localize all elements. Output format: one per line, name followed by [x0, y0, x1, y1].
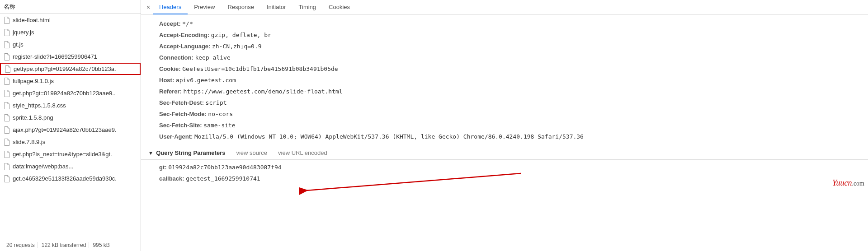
header-value: zh-CN,zh;q=0.9 [212, 43, 262, 50]
file-row[interactable]: get.php?gt=019924a82c70bb123aae9.. [0, 87, 141, 99]
tab-timing[interactable]: Timing [292, 0, 323, 14]
header-row: Connection: keep-alive [159, 52, 868, 63]
header-row: Cookie: GeeTestUser=10c1db1fb17be415691b… [159, 63, 868, 74]
header-row: Accept: */* [159, 18, 868, 29]
header-key: Accept-Language: [159, 43, 212, 50]
file-name: ajax.php?gt=019924a82c70bb123aae9. [13, 126, 117, 133]
param-row: gt: 019924a82c70bb123aae90d483087f94 [159, 162, 868, 173]
file-icon [4, 90, 10, 97]
file-row[interactable]: register-slide?t=1669259906471 [0, 51, 141, 63]
network-file-panel: 名称 slide-float.htmljquery.jsgt.jsregiste… [0, 0, 141, 251]
file-row[interactable]: sprite.1.5.8.png [0, 112, 141, 124]
footer-requests: 20 requests [4, 242, 38, 248]
header-value: apiv6.geetest.com [176, 77, 236, 84]
view-source-link[interactable]: view source [236, 149, 267, 156]
query-string-section-header[interactable]: ▼ Query String Parameters view source vi… [141, 146, 868, 160]
file-row[interactable]: gettype.php?gt=019924a82c70bb123a. [0, 63, 141, 75]
file-row[interactable]: style_https.1.5.8.css [0, 99, 141, 112]
header-key: Sec-Fetch-Dest: [159, 99, 206, 106]
header-key: Sec-Fetch-Site: [159, 122, 203, 129]
file-row[interactable]: get.php?is_next=true&type=slide3&gt. [0, 148, 141, 160]
file-icon [4, 175, 10, 182]
file-icon [4, 102, 10, 109]
file-icon [4, 53, 10, 60]
param-value: 019924a82c70bb123aae90d483087f94 [168, 164, 281, 171]
file-name: gct.e465329e51133f326aade59da930c. [13, 175, 117, 182]
file-icon [4, 163, 10, 170]
file-icon [4, 139, 10, 146]
file-icon [4, 78, 10, 85]
header-value: script [206, 99, 227, 106]
watermark: Yuucn.com [832, 178, 864, 188]
query-params-block: gt: 019924a82c70bb123aae90d483087f94call… [141, 160, 868, 189]
watermark-suffix: .com [852, 180, 864, 187]
file-name: gettype.php?gt=019924a82c70bb123a. [14, 65, 116, 72]
disclosure-triangle-icon: ▼ [148, 150, 153, 156]
file-name: style_https.1.5.8.css [13, 102, 66, 109]
header-key: Cookie: [159, 65, 182, 72]
tab-initiator[interactable]: Initiator [260, 0, 292, 14]
detail-panel: × HeadersPreviewResponseInitiatorTimingC… [141, 0, 868, 251]
file-row[interactable]: jquery.js [0, 26, 141, 38]
param-key: callback: [159, 175, 186, 182]
file-name: get.php?gt=019924a82c70bb123aae9.. [13, 90, 115, 97]
header-row: Host: apiv6.geetest.com [159, 74, 868, 86]
header-key: Accept-Encoding: [159, 32, 211, 38]
header-value: gzip, deflate, br [211, 32, 271, 38]
footer-transferred: 122 kB transferred [39, 242, 90, 248]
file-name: sprite.1.5.8.png [13, 114, 53, 121]
param-value: geetest_1669259910741 [186, 175, 260, 182]
file-name: slide.7.8.9.js [13, 139, 45, 145]
detail-content: Accept: */*Accept-Encoding: gzip, deflat… [141, 14, 868, 251]
header-value: keep-alive [195, 54, 230, 61]
file-row[interactable]: data:image/webp;bas... [0, 160, 141, 172]
param-key: gt: [159, 164, 168, 171]
file-icon [4, 41, 10, 48]
network-footer: 20 requests 122 kB transferred 995 kB [0, 239, 141, 251]
footer-resources: 995 kB [90, 242, 112, 248]
header-key: Accept: [159, 20, 182, 27]
file-row[interactable]: slide.7.8.9.js [0, 136, 141, 148]
tab-preview[interactable]: Preview [188, 0, 221, 14]
file-row[interactable]: slide-float.html [0, 14, 141, 26]
view-url-encoded-link[interactable]: view URL encoded [278, 149, 327, 156]
header-row: Sec-Fetch-Dest: script [159, 97, 868, 108]
header-row: Sec-Fetch-Site: same-site [159, 120, 868, 131]
close-icon[interactable]: × [144, 4, 153, 11]
file-name: gt.js [13, 41, 24, 48]
tab-cookies[interactable]: Cookies [322, 0, 356, 14]
header-key: User-Agent: [159, 133, 194, 140]
file-name: slide-float.html [13, 17, 51, 23]
header-row: Accept-Language: zh-CN,zh;q=0.9 [159, 41, 868, 52]
file-name: data:image/webp;bas... [13, 163, 73, 170]
file-icon [4, 29, 10, 36]
file-icon [4, 17, 10, 24]
header-key: Referer: [159, 88, 183, 95]
column-header-name[interactable]: 名称 [0, 0, 141, 14]
request-headers-block: Accept: */*Accept-Encoding: gzip, deflat… [141, 14, 868, 146]
file-name: fullpage.9.1.0.js [13, 78, 54, 84]
header-row: Sec-Fetch-Mode: no-cors [159, 108, 868, 120]
tab-headers[interactable]: Headers [153, 0, 188, 14]
header-key: Host: [159, 77, 176, 84]
header-row: Referer: https://www.geetest.com/demo/sl… [159, 86, 868, 97]
file-row[interactable]: gt.js [0, 38, 141, 51]
file-row[interactable]: fullpage.9.1.0.js [0, 75, 141, 87]
param-row: callback: geetest_1669259910741 [159, 173, 868, 184]
header-key: Connection: [159, 54, 195, 61]
file-icon [4, 114, 10, 121]
header-value: */* [182, 20, 193, 27]
network-file-list: slide-float.htmljquery.jsgt.jsregister-s… [0, 14, 141, 239]
file-icon [4, 126, 10, 134]
file-row[interactable]: ajax.php?gt=019924a82c70bb123aae9. [0, 124, 141, 136]
file-name: jquery.js [13, 29, 34, 36]
header-row: Accept-Encoding: gzip, deflate, br [159, 29, 868, 41]
tab-response[interactable]: Response [221, 0, 260, 14]
header-value: GeeTestUser=10c1db1fb17be415691b08b3491b… [182, 65, 338, 72]
header-value: https://www.geetest.com/demo/slide-float… [183, 88, 342, 95]
file-row[interactable]: gct.e465329e51133f326aade59da930c. [0, 172, 141, 185]
watermark-brand: Yuucn [832, 178, 852, 187]
header-value: no-cors [208, 111, 233, 117]
file-icon [4, 151, 10, 158]
file-name: register-slide?t=1669259906471 [13, 53, 97, 60]
